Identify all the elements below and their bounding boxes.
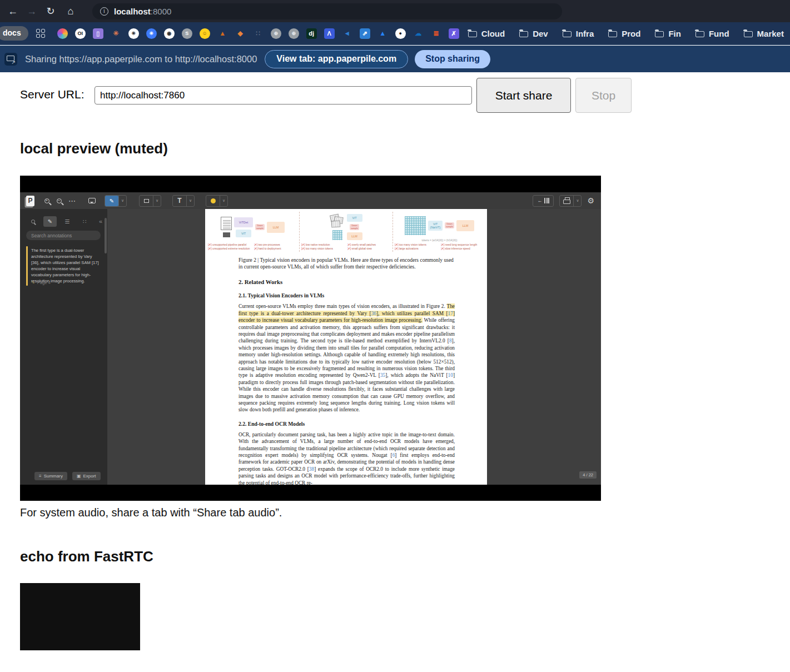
folder-icon [468, 31, 477, 37]
folder-icon [608, 31, 617, 37]
section-heading-ocr-models: 2.2. End-to-end OCR Models [239, 421, 455, 427]
kite-favicon[interactable]: ≣ [431, 28, 441, 39]
paragraph-vision-encoders: Current open-source VLMs employ three ma… [239, 303, 455, 414]
view-tab-button[interactable]: View tab: app.paperpile.com [265, 50, 408, 68]
globe-1-favicon[interactable]: ⊕ [271, 28, 281, 39]
echo-heading: echo from FastRTC [20, 548, 153, 565]
section-heading-related-works: 2. Related Works [239, 278, 455, 285]
bookmark-folders: CloudDevInfraProdFinFundMarketRef [468, 29, 790, 38]
django-favicon[interactable]: dj [306, 28, 317, 39]
figure-issue: [✗] low native resolution [301, 243, 345, 247]
downsample-box: Down sample [445, 222, 454, 228]
globe-2-favicon[interactable]: ⊕ [289, 28, 299, 39]
figure-issue: [✗] small global view [347, 247, 391, 251]
image-thumb [223, 232, 230, 237]
figure-issue: [✗] too many vision tokens [395, 243, 439, 247]
bookmark-folder-docs[interactable]: docs [0, 26, 28, 41]
dots-grid-favicon[interactable]: ∷ [253, 28, 264, 39]
sidebar-thumbnails-tab: ∷ [78, 216, 91, 227]
site-info-icon[interactable]: i [100, 7, 108, 16]
figure-issue: [✗] unsupported extreme resolution [208, 247, 252, 251]
figure-issue: [✗] unsupported pipeline parallel [208, 243, 252, 247]
settings-gear-icon: ⚙ [587, 196, 594, 205]
comment-icon [88, 198, 96, 203]
folder-icon [563, 31, 572, 37]
url-port: :8000 [151, 7, 172, 16]
reload-icon[interactable]: ↻ [41, 5, 60, 17]
sidebar-annotations-tab: ✎ [43, 216, 57, 227]
openai-light-favicon[interactable]: ✳ [128, 28, 139, 39]
export-icon: ▣ [77, 474, 81, 479]
purple-bucket-favicon[interactable]: ▯ [93, 28, 103, 39]
url-host: localhost [114, 7, 151, 16]
vscode-favicon[interactable]: ◄ [342, 28, 352, 39]
purple-x-favicon[interactable]: ✗ [449, 28, 459, 39]
copilot-favicon[interactable] [57, 28, 68, 39]
shape-tool-group: ∨ [139, 195, 161, 207]
tab-sharing-infobar: ↗ Sharing https://app.paperpile.com to h… [0, 46, 790, 72]
vit-box: ViT [347, 214, 362, 222]
system-audio-note: For system audio, share a tab with “Shar… [20, 506, 282, 519]
annotations-sidebar: ✎ ☰ ∷ « Search annotations The first typ… [20, 209, 107, 485]
text-tool-icon: T [173, 196, 186, 206]
echo-video[interactable] [20, 583, 140, 650]
oi-favicon[interactable]: OI [75, 28, 86, 39]
blue-caret-favicon[interactable]: Λ [324, 28, 335, 39]
figure-panel-tile-based: ViT Down sample LLM [✗] low native resol… [299, 212, 392, 252]
bookmark-folder-market[interactable]: Market [744, 29, 784, 38]
globe-s-favicon[interactable]: S [182, 28, 192, 39]
summary-icon: ≡ [39, 474, 42, 479]
folder-icon [744, 31, 753, 37]
server-url-input[interactable] [95, 86, 472, 104]
dark-swirl-favicon[interactable]: ◉ [164, 28, 175, 39]
figure-issue: [✗] too many vision tokens [301, 247, 345, 251]
folder-icon [655, 31, 664, 37]
forward-icon[interactable]: → [22, 6, 41, 17]
github-favicon[interactable]: ● [395, 28, 406, 39]
print-chevron-icon: ∨ [573, 196, 581, 206]
screen-share-icon: ↗ [4, 53, 17, 66]
start-share-button[interactable]: Start share [476, 78, 571, 113]
more-tools-icon: ⋯ [68, 197, 76, 205]
highlighter-icon: ✎ [105, 196, 118, 206]
search-annotations-input: Search annotations [26, 231, 101, 240]
figure-issue: [✗] hard to deployment [254, 247, 298, 251]
orange-dune-favicon[interactable]: ▲ [217, 28, 228, 39]
sidebar-scrollbar [105, 218, 107, 253]
onedrive-favicon[interactable]: ☁ [413, 28, 424, 39]
figure-2: ViTDet ViT Down sample LLM [✗] unsupport… [206, 212, 486, 252]
token-formula: tokens = (w/14(16)) × (h/14(16)) [395, 239, 484, 242]
back-icon[interactable]: ← [3, 6, 22, 17]
tiles-thumb [330, 215, 345, 228]
shape-chevron-icon: ∨ [153, 196, 161, 206]
text-tool-group: T ∨ [172, 195, 195, 207]
bookmark-folder-cloud[interactable]: Cloud [468, 29, 505, 38]
claude-favicon[interactable]: ✳ [111, 28, 121, 39]
url-bar[interactable]: i localhost:8000 [92, 3, 562, 19]
figure-panel-dual-tower: ViTDet ViT Down sample LLM [✗] unsupport… [206, 212, 299, 252]
local-preview-heading: local preview (muted) [20, 140, 168, 157]
atlassian-favicon[interactable]: ▲ [377, 28, 388, 39]
bookmark-folder-prod[interactable]: Prod [608, 29, 640, 38]
bookmark-folder-fin[interactable]: Fin [655, 29, 681, 38]
stop-button[interactable]: Stop [575, 78, 632, 113]
bookmark-folder-dev[interactable]: Dev [519, 29, 548, 38]
bookmark-folder-infra[interactable]: Infra [563, 29, 594, 38]
openai-blue-favicon[interactable]: ✳ [146, 28, 157, 39]
orange-shield-favicon[interactable]: ◆ [235, 28, 246, 39]
hugging-face-favicon[interactable]: ☺ [200, 28, 210, 39]
pen-icon: ✎ [31, 280, 35, 285]
navit-grid-thumb [405, 216, 426, 235]
local-preview-video[interactable]: P + − ⋯ ✎ ∨ ∨ T ∨ ∨ ← ∨ [20, 176, 601, 501]
document-thumb [221, 217, 232, 230]
bookmark-folder-fund[interactable]: Fund [695, 29, 729, 38]
color-chevron-icon: ∨ [220, 196, 227, 206]
stop-sharing-button[interactable]: Stop sharing [415, 50, 490, 68]
bookmarks-grid-icon[interactable] [36, 29, 45, 38]
home-icon[interactable]: ⌂ [61, 6, 80, 17]
paragraph-ocr-models: OCR, particularly document parsing task,… [239, 431, 455, 485]
sidebar-list-tab: ☰ [61, 216, 74, 227]
plane-favicon[interactable]: ⇗ [360, 28, 370, 39]
page-indicator: 4 / 22 [579, 471, 597, 479]
figure-panel-adaptive-resolution: ViT (NaViT) Down sample LLM tokens = (w/… [392, 212, 486, 252]
